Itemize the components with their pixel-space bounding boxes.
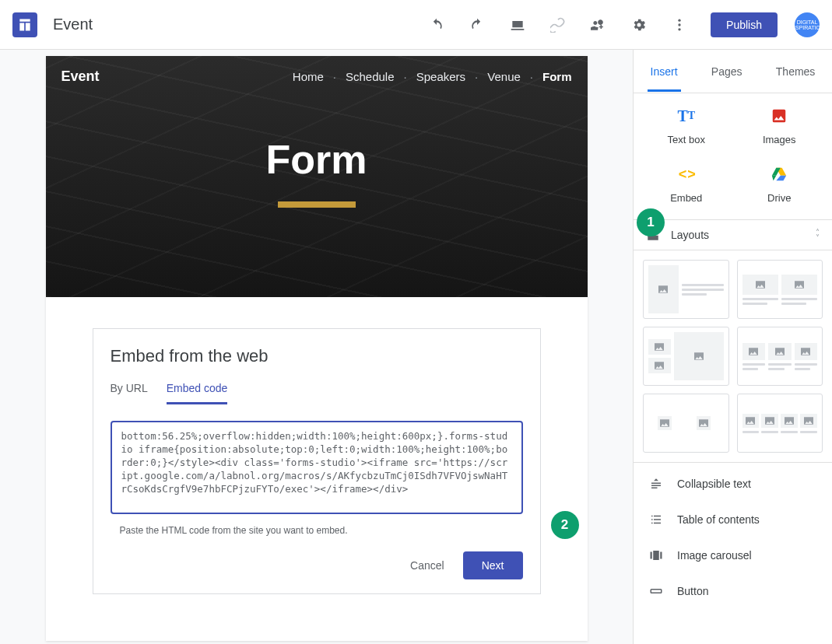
image-icon	[769, 106, 789, 126]
component-button[interactable]: Button	[634, 573, 832, 609]
nav-form[interactable]: Form	[542, 70, 572, 83]
more-button[interactable]	[664, 9, 695, 40]
sidebar-tab-themes[interactable]: Themes	[773, 51, 819, 92]
top-toolbar: Event Publish DIGITAL INSPIRATION	[0, 0, 832, 50]
sidebar-tab-pages[interactable]: Pages	[708, 51, 746, 92]
layout-option-5[interactable]	[643, 394, 729, 453]
annotation-badge-1: 1	[637, 208, 665, 236]
next-button[interactable]: Next	[463, 551, 523, 579]
site-title[interactable]: Event	[61, 68, 100, 85]
nav-home[interactable]: Home	[293, 70, 324, 83]
hero-section: Event Home · Schedule · Speakers · Venue…	[46, 56, 588, 297]
title-underline	[278, 201, 356, 208]
app-icon	[12, 12, 37, 37]
component-collapsible-text[interactable]: Collapsible text	[634, 466, 832, 502]
drive-icon	[769, 164, 789, 184]
preview-button[interactable]	[502, 9, 533, 40]
right-sidebar: Insert Pages Themes 1 TT Text box Images…	[633, 50, 832, 644]
redo-button[interactable]	[462, 9, 493, 40]
tab-embed-code[interactable]: Embed code	[167, 382, 228, 404]
nav-speakers[interactable]: Speakers	[416, 70, 465, 83]
site-canvas[interactable]: Event Home · Schedule · Speakers · Venue…	[46, 56, 588, 641]
settings-button[interactable]	[623, 9, 655, 40]
undo-button[interactable]	[421, 9, 452, 40]
layout-option-6[interactable]	[737, 394, 823, 453]
component-image-carousel[interactable]: Image carousel	[634, 537, 832, 573]
embed-hint: Paste the HTML code from the site you wa…	[111, 525, 523, 536]
cancel-button[interactable]: Cancel	[407, 553, 448, 578]
embed-code-input[interactable]	[111, 421, 523, 514]
text-icon: TT	[676, 106, 697, 126]
insert-text-box[interactable]: TT Text box	[640, 106, 733, 145]
layout-option-3[interactable]	[643, 327, 729, 386]
share-button[interactable]	[583, 9, 614, 40]
publish-button[interactable]: Publish	[711, 12, 778, 37]
component-table-of-contents[interactable]: Table of contents	[634, 502, 832, 537]
nav-venue[interactable]: Venue	[487, 70, 521, 83]
account-avatar[interactable]: DIGITAL INSPIRATION	[795, 12, 820, 37]
svg-point-2	[678, 28, 680, 30]
insert-embed[interactable]: < > Embed	[640, 164, 733, 204]
embed-dialog: Embed from the web By URL Embed code Pas…	[93, 328, 541, 594]
svg-point-1	[678, 23, 680, 26]
embed-icon: < >	[676, 164, 697, 184]
sidebar-tab-insert[interactable]: Insert	[648, 51, 681, 92]
insert-drive[interactable]: Drive	[733, 164, 827, 204]
dialog-title: Embed from the web	[111, 346, 523, 366]
layout-option-1[interactable]	[643, 260, 729, 319]
collapse-icon[interactable]: ˄˅	[816, 229, 820, 240]
svg-point-0	[678, 19, 680, 21]
layout-option-4[interactable]	[737, 327, 823, 386]
document-title[interactable]: Event	[53, 16, 93, 33]
page-title[interactable]: Form	[46, 136, 588, 183]
tab-by-url[interactable]: By URL	[111, 382, 148, 404]
insert-images[interactable]: Images	[733, 106, 827, 145]
nav-schedule[interactable]: Schedule	[346, 70, 395, 83]
canvas-area: Event Home · Schedule · Speakers · Venue…	[0, 50, 633, 644]
annotation-badge-2: 2	[551, 511, 579, 539]
layout-option-2[interactable]	[737, 260, 823, 319]
site-nav: Event Home · Schedule · Speakers · Venue…	[46, 56, 588, 97]
layout-options	[634, 250, 832, 463]
link-button[interactable]	[542, 9, 574, 40]
